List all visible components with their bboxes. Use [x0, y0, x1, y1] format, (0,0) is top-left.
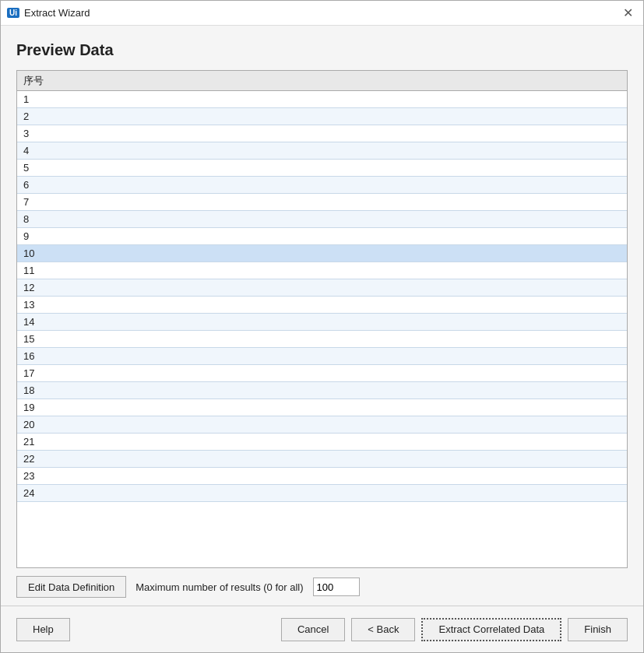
- table-row: 18: [17, 382, 627, 399]
- footer: Help Cancel < Back Extract Correlated Da…: [1, 606, 643, 652]
- row-cell-id: 18: [23, 384, 34, 396]
- max-results-input[interactable]: [313, 578, 360, 596]
- row-cell-id: 12: [23, 282, 34, 293]
- back-button[interactable]: < Back: [351, 618, 415, 641]
- main-content: Preview Data 序号 123456789101112131415161…: [1, 26, 643, 606]
- table-row: 2: [17, 108, 627, 125]
- max-results-label: Maximum number of results (0 for all): [135, 581, 303, 593]
- row-cell-id: 5: [23, 162, 29, 174]
- row-cell-id: 7: [23, 196, 29, 208]
- table-row: 4: [17, 142, 627, 160]
- table-row: 3: [17, 125, 627, 142]
- column-header-id: 序号: [23, 74, 44, 88]
- row-cell-id: 9: [23, 230, 29, 242]
- row-cell-id: 8: [23, 213, 29, 225]
- ui-logo: Ui: [7, 8, 19, 18]
- table-row: 9: [17, 228, 627, 245]
- row-cell-id: 6: [23, 179, 29, 191]
- cancel-button[interactable]: Cancel: [281, 618, 345, 641]
- row-cell-id: 11: [23, 265, 34, 276]
- edit-data-definition-button[interactable]: Edit Data Definition: [16, 576, 126, 598]
- title-bar-left: Ui Extract Wizard: [7, 7, 90, 19]
- data-table: 序号 1234567891011121314151617181920212223…: [16, 70, 628, 568]
- help-button[interactable]: Help: [16, 618, 70, 641]
- title-bar: Ui Extract Wizard ✕: [1, 1, 643, 26]
- table-body[interactable]: 123456789101112131415161718192021222324: [17, 91, 627, 567]
- table-row: 12: [17, 279, 627, 297]
- row-cell-id: 15: [23, 333, 34, 345]
- table-row: 11: [17, 262, 627, 279]
- table-row: 22: [17, 451, 627, 468]
- window-title: Extract Wizard: [24, 7, 90, 19]
- row-cell-id: 14: [23, 316, 34, 328]
- table-row: 20: [17, 416, 627, 434]
- table-row: 16: [17, 348, 627, 365]
- table-row: 14: [17, 314, 627, 331]
- table-row: 7: [17, 194, 627, 211]
- row-cell-id: 10: [23, 248, 34, 259]
- page-title: Preview Data: [16, 41, 628, 59]
- table-header: 序号: [17, 71, 627, 91]
- row-cell-id: 13: [23, 299, 34, 311]
- table-row: 13: [17, 297, 627, 314]
- table-row: 21: [17, 434, 627, 451]
- extract-correlated-data-button[interactable]: Extract Correlated Data: [421, 618, 561, 641]
- row-cell-id: 22: [23, 453, 34, 465]
- finish-button[interactable]: Finish: [568, 618, 628, 641]
- table-row: 6: [17, 177, 627, 194]
- row-cell-id: 16: [23, 350, 34, 362]
- app-icon: Ui: [7, 7, 19, 19]
- table-row: 19: [17, 399, 627, 416]
- bottom-controls: Edit Data Definition Maximum number of r…: [16, 568, 628, 606]
- table-row: 10: [17, 245, 627, 262]
- close-button[interactable]: ✕: [618, 4, 637, 23]
- table-row: 15: [17, 331, 627, 348]
- table-row: 8: [17, 211, 627, 228]
- row-cell-id: 20: [23, 419, 34, 430]
- row-cell-id: 17: [23, 367, 34, 379]
- row-cell-id: 21: [23, 436, 34, 448]
- table-row: 17: [17, 365, 627, 382]
- row-cell-id: 1: [23, 93, 29, 105]
- row-cell-id: 4: [23, 145, 29, 156]
- table-row: 5: [17, 160, 627, 177]
- row-cell-id: 19: [23, 402, 34, 413]
- table-row: 24: [17, 485, 627, 502]
- table-row: 1: [17, 91, 627, 108]
- row-cell-id: 2: [23, 111, 29, 122]
- extract-wizard-window: Ui Extract Wizard ✕ Preview Data 序号 1234…: [0, 0, 644, 653]
- table-row: 23: [17, 468, 627, 485]
- row-cell-id: 24: [23, 487, 34, 499]
- row-cell-id: 3: [23, 128, 29, 139]
- row-cell-id: 23: [23, 470, 34, 482]
